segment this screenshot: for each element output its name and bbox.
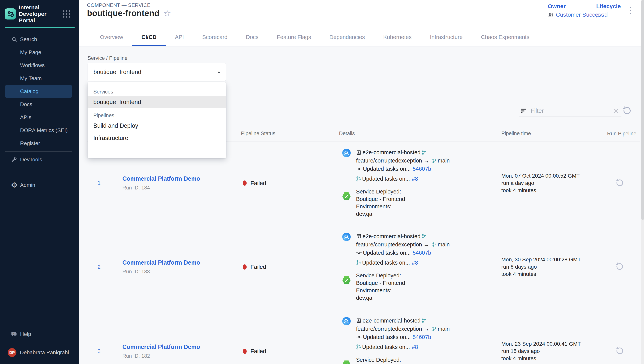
app-root: Internal Developer Portal Search My Page…: [0, 0, 644, 364]
repository-icon: [356, 234, 362, 239]
dropdown-item-infrastructure[interactable]: Infrastructure: [88, 132, 226, 144]
commit-message: Updated tasks on...: [363, 250, 411, 256]
pr-link[interactable]: #8: [412, 176, 418, 182]
help-icon: ?: [11, 331, 17, 338]
commit-message: Updated tasks on...: [363, 334, 411, 340]
clear-filter-icon[interactable]: ×: [614, 106, 619, 115]
favorite-star-icon[interactable]: ☆: [163, 9, 171, 18]
pipeline-name-link[interactable]: Commercial Platform Demo: [122, 175, 241, 182]
sidebar-item-search[interactable]: Search: [5, 33, 72, 46]
deploy-env-label: Environments:: [356, 287, 405, 294]
sidebar-item-my-team[interactable]: My Team: [5, 72, 72, 85]
commit-link[interactable]: 54607b: [413, 250, 431, 256]
sidebar-item-label: APIs: [20, 114, 31, 120]
filter-input[interactable]: [530, 108, 614, 114]
sidebar-item-docs[interactable]: Docs: [5, 98, 72, 111]
refresh-icon[interactable]: [622, 106, 632, 116]
lifecycle-value: prod: [596, 12, 608, 18]
deploy-title: Service Deployed:: [356, 188, 405, 196]
deploy-envs: dev,qa: [356, 294, 405, 302]
sidebar-item-admin[interactable]: ⚙ Admin: [5, 178, 72, 192]
run-ago: run 15 days ago: [501, 348, 607, 355]
run-ago: run a day ago: [501, 180, 607, 187]
tab-scorecard[interactable]: Scorecard: [193, 28, 237, 46]
sidebar-item-my-page[interactable]: My Page: [5, 46, 72, 59]
deploy-title: Service Deployed:: [356, 356, 405, 364]
sidebar-item-dora-metrics[interactable]: DORA Metrics (SEI): [5, 124, 72, 137]
apps-grid-icon[interactable]: [63, 10, 70, 18]
sidebar-item-label: Search: [20, 36, 37, 42]
commit-link[interactable]: 54607b: [413, 334, 431, 340]
tab-api[interactable]: API: [166, 28, 193, 46]
sidebar-item-label: Docs: [20, 101, 32, 108]
tab-cicd[interactable]: CI/CD: [132, 28, 166, 46]
repository-icon: [356, 318, 362, 323]
breadcrumb: COMPONENT — SERVICE: [87, 2, 150, 8]
failed-status-dot: [243, 180, 247, 186]
run-took: took 4 minutes: [501, 270, 607, 278]
select-value: boutique_frontend: [94, 69, 141, 76]
row-number: 3: [87, 348, 122, 354]
sidebar-item-label: Catalog: [20, 88, 38, 94]
tab-overview[interactable]: Overview: [91, 28, 132, 46]
service-pipeline-select[interactable]: boutique_frontend ▲: [88, 63, 226, 81]
cd-module-icon: ∞: [342, 360, 351, 364]
source-branch: feature/corruptedexception: [356, 242, 422, 248]
sidebar-item-label: Register: [20, 140, 40, 146]
gear-icon: ⚙: [11, 182, 17, 189]
repo-name[interactable]: e2e-commercial-hosted: [362, 318, 420, 324]
sidebar-item-workflows[interactable]: Workflows: [5, 59, 72, 72]
user-menu[interactable]: DP Debabrata Panigrahi: [5, 346, 72, 359]
sidebar-item-apis[interactable]: APIs: [5, 111, 72, 124]
git-branch-icon: [422, 150, 426, 155]
rerun-pipeline-icon[interactable]: [615, 178, 624, 188]
pr-link[interactable]: #8: [412, 344, 418, 350]
arrow-right-icon: →: [424, 158, 429, 164]
run-id: Run ID: 184: [122, 185, 241, 191]
run-id: Run ID: 183: [122, 269, 241, 275]
scrollbar-thumb[interactable]: [641, 0, 644, 220]
kebab-menu-icon[interactable]: [628, 6, 632, 15]
cicd-content: Service / Pipeline boutique_frontend ▲ S…: [79, 46, 641, 364]
ci-module-icon: [342, 317, 351, 326]
sidebar-item-devtools[interactable]: DevTools: [5, 153, 72, 166]
app-title: Internal Developer Portal: [19, 4, 61, 24]
owner-label: Owner: [548, 3, 604, 10]
sidebar-item-catalog[interactable]: Catalog: [5, 85, 72, 98]
col-details: Details: [338, 126, 499, 141]
run-id: Run ID: 182: [122, 353, 241, 359]
tab-feature-flags[interactable]: Feature Flags: [268, 28, 320, 46]
tab-dependencies[interactable]: Dependencies: [320, 28, 374, 46]
page-scrollbar[interactable]: [641, 0, 644, 364]
rerun-pipeline-icon[interactable]: [615, 346, 624, 356]
sidebar-item-help[interactable]: ? Help: [5, 328, 72, 341]
service-pipeline-dropdown: Services boutique_frontend Pipelines Bui…: [88, 82, 226, 158]
pr-link[interactable]: #8: [412, 260, 418, 266]
tab-docs[interactable]: Docs: [237, 28, 268, 46]
tab-chaos-experiments[interactable]: Chaos Experiments: [472, 28, 538, 46]
user-name: Debabrata Panigrahi: [20, 350, 69, 356]
sidebar-item-label: My Page: [20, 49, 41, 56]
col-run-pipeline: Run Pipeline: [607, 126, 640, 141]
repo-name[interactable]: e2e-commercial-hosted: [362, 233, 420, 240]
tab-kubernetes[interactable]: Kubernetes: [374, 28, 421, 46]
dropdown-item-build-and-deploy[interactable]: Build and Deploy: [88, 120, 226, 132]
dropdown-item-boutique-frontend[interactable]: boutique_frontend: [88, 96, 226, 108]
arrow-right-icon: →: [424, 241, 429, 248]
col-pipeline-time: Pipeline time: [499, 126, 607, 141]
target-branch: main: [438, 326, 450, 332]
sidebar-item-register[interactable]: Register: [5, 137, 72, 150]
commit-link[interactable]: 54607b: [413, 166, 431, 172]
pipeline-name-link[interactable]: Commercial Platform Demo: [122, 344, 241, 350]
harness-logo-icon: [5, 8, 16, 20]
service-pipeline-label: Service / Pipeline: [88, 55, 128, 61]
main-area: COMPONENT — SERVICE boutique-frontend ☆ …: [79, 0, 641, 364]
repo-name[interactable]: e2e-commercial-hosted: [362, 149, 420, 156]
git-branch-icon: [432, 242, 436, 247]
run-date: Mon, 07 Oct 2024 00:00:52 GMT: [501, 172, 607, 180]
deploy-envs: dev,qa: [356, 210, 405, 218]
rerun-pipeline-icon[interactable]: [615, 262, 624, 272]
tab-infrastructure[interactable]: Infrastructure: [421, 28, 472, 46]
cd-module-icon: ∞: [342, 192, 351, 200]
pipeline-name-link[interactable]: Commercial Platform Demo: [122, 259, 241, 266]
